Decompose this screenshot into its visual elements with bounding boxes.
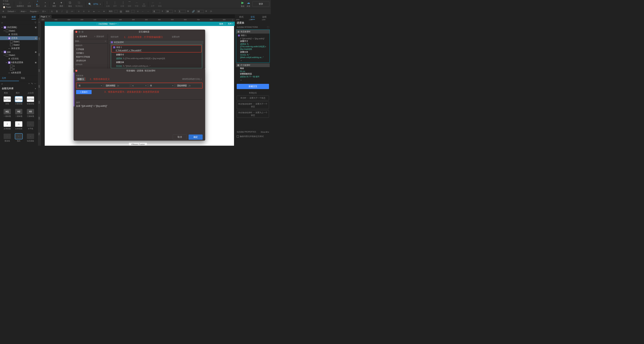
send-bottom-button[interactable]: ▼底层 bbox=[58, 1, 64, 8]
text-color-icon[interactable]: A bbox=[50, 10, 54, 13]
line-width-icon[interactable]: ≡ bbox=[136, 10, 140, 13]
tree-row-gray[interactable]: —灰色背景 bbox=[0, 46, 38, 50]
align-bottom-button[interactable]: ▁底部 bbox=[141, 1, 147, 8]
lib-item[interactable]: H3三级标题 bbox=[25, 109, 36, 120]
lib-item[interactable]: ↖热区 bbox=[13, 134, 24, 144]
common-swipe-left[interactable]: 向左拖动结束时 → 设置为下一个状态 bbox=[237, 102, 269, 109]
lock-aspect-icon[interactable]: 🔗 bbox=[192, 10, 195, 13]
fill-swatch[interactable] bbox=[114, 10, 118, 12]
dist-h-button[interactable]: ↔水平 bbox=[150, 1, 156, 8]
trigger-mouse-styles-checkbox[interactable]: 触发内部元件鼠标交互样式 bbox=[235, 134, 271, 138]
paste-button[interactable]: 📋 Paste bbox=[2, 6, 11, 8]
case-condition[interactable]: If "[[jdt.width]]" < "[[bg.width]]" bbox=[112, 49, 201, 52]
ungroup-button[interactable]: ⿻取消组合 bbox=[74, 1, 84, 8]
action-scroll-to[interactable]: 滚动到元件 bbox=[74, 59, 108, 62]
case-name-input[interactable] bbox=[77, 78, 85, 81]
lib-item[interactable]: —水平线 bbox=[25, 121, 36, 132]
align-middle-button[interactable]: ─中部 bbox=[134, 1, 140, 8]
common-click[interactable]: 单击时 → 设置为下一个状态 bbox=[237, 96, 269, 100]
align-center-button[interactable]: │居中 bbox=[112, 1, 118, 8]
halign-left-icon[interactable]: ≡ bbox=[77, 10, 80, 13]
y-input[interactable] bbox=[166, 10, 173, 13]
tree-row-as1[interactable]: ▾State1 bbox=[0, 54, 38, 57]
lib-item[interactable]: A≡文本段落 bbox=[13, 121, 24, 132]
group-button[interactable]: ⿻组合 bbox=[67, 1, 73, 8]
lib-item[interactable]: A文本标签 bbox=[2, 121, 12, 132]
w-input[interactable] bbox=[178, 10, 186, 13]
cancel-button[interactable]: 取消 bbox=[173, 134, 187, 140]
tab-outline[interactable]: 概要 bbox=[32, 16, 36, 20]
tree-row-s1[interactable]: ▾State1 bbox=[0, 29, 38, 32]
event-state-change[interactable]: 状态改变时 bbox=[110, 40, 204, 44]
search-icon[interactable]: ⌕ bbox=[2, 21, 3, 24]
event-state-change[interactable]: 状态改变时 bbox=[236, 30, 270, 34]
action-search[interactable]: 搜索...⌕ bbox=[74, 39, 108, 44]
x-input[interactable] bbox=[153, 10, 160, 13]
action-set-size[interactable]: 设置尺寸 bbox=[111, 53, 202, 56]
tree-row-dp[interactable]: ▾▦(动态面板)▣ bbox=[0, 26, 38, 29]
lib-item[interactable]: BUTTON主要按钮 bbox=[13, 96, 24, 108]
add-condition-row-button[interactable]: + 添加行 bbox=[76, 90, 92, 94]
action-set-size[interactable]: 设置尺寸 bbox=[236, 40, 270, 43]
line-arrow-l-icon[interactable]: ← bbox=[141, 10, 144, 13]
zoom-control[interactable]: 🔍87%▾ bbox=[87, 2, 102, 6]
tree-row-cpct[interactable]: Ac百分比 bbox=[0, 57, 38, 60]
add-action-tab[interactable]: ✧添加动作 bbox=[91, 34, 108, 39]
tree-row-b2[interactable]: 2 bbox=[0, 68, 38, 71]
filter-icon[interactable]: ▽ bbox=[34, 21, 36, 24]
fill-more-icon[interactable]: ▦ bbox=[119, 10, 122, 13]
select-mode-button[interactable]: ⬚选择模式 bbox=[16, 1, 25, 8]
tree-row-pct[interactable]: A百分比 bbox=[0, 32, 38, 36]
style-icon[interactable]: ≡ bbox=[2, 10, 5, 13]
section-expand-icon[interactable]: ⛶ bbox=[267, 26, 269, 28]
valign-mid-icon[interactable]: ─ bbox=[97, 10, 101, 13]
line-swatch[interactable] bbox=[131, 10, 134, 12]
underline-icon[interactable]: U bbox=[65, 10, 69, 13]
lib-item[interactable]: H2二级标题 bbox=[13, 109, 24, 120]
cut-button[interactable]: ✂ Cut bbox=[2, 0, 8, 2]
align-left-button[interactable]: ▏左侧 bbox=[105, 1, 111, 8]
lib-item[interactable]: BUTTON按钮 bbox=[2, 96, 12, 108]
add-action-icon[interactable]: ＋ bbox=[236, 78, 270, 82]
style-dropdown[interactable]: Default bbox=[6, 10, 16, 13]
lib-cat-placeholder[interactable]: 占位符 bbox=[28, 92, 34, 94]
new-interaction-button[interactable]: 新建交互 bbox=[237, 84, 269, 89]
cond-left-type[interactable]: 值 bbox=[77, 84, 103, 88]
lib-add-icon[interactable]: ＋ bbox=[28, 82, 30, 85]
ruler-menu-icon[interactable]: ⋮ bbox=[232, 19, 234, 21]
size-dropdown[interactable]: 13 bbox=[41, 10, 47, 13]
line-arrow-r-icon[interactable]: → bbox=[146, 10, 150, 13]
ok-button[interactable]: 确定 bbox=[188, 134, 203, 140]
lib-cat-image[interactable]: 图片 bbox=[16, 92, 20, 94]
insert-button[interactable]: ＋▾插入 bbox=[35, 1, 41, 8]
font-dropdown[interactable]: Arial bbox=[20, 10, 28, 13]
halign-center-icon[interactable]: ≡ bbox=[82, 10, 86, 13]
align-right-button[interactable]: ▕右侧 bbox=[119, 1, 125, 8]
case-1[interactable]: 情形 1 bbox=[112, 46, 201, 49]
tab-style[interactable]: 样式 bbox=[239, 16, 244, 20]
valign-top-icon[interactable]: ⏶ bbox=[92, 10, 96, 13]
action-set-panel-state[interactable]: 设置面板状态 bbox=[236, 72, 270, 75]
connect-button[interactable]: ⟋连接 bbox=[26, 1, 32, 8]
case-1[interactable]: 情形 1 bbox=[236, 34, 270, 37]
lib-item[interactable]: H1一级标题 bbox=[2, 109, 12, 120]
lib-item[interactable]: BUTTON链接按钮 bbox=[25, 96, 36, 108]
action-set-text[interactable]: 设置文本 bbox=[236, 51, 270, 54]
page-tab[interactable]: Page 1× bbox=[39, 15, 52, 18]
common-swipe-right[interactable]: 向右拖动结束时 → 设置为上一个状态 bbox=[237, 110, 269, 118]
tab-masters[interactable]: 母版 bbox=[19, 76, 38, 81]
tree-row-bblue[interactable]: ▾▦b蓝色进度条▣ bbox=[0, 60, 38, 64]
preview-button[interactable]: ▶预览 bbox=[241, 1, 244, 8]
event-resize[interactable]: 尺寸改变时 bbox=[236, 63, 270, 67]
state-prev-icon[interactable]: ‹ bbox=[97, 23, 97, 25]
canvas[interactable]: ‹ (动态面板): State1 ▾ › 隔离 ⛶ 关闭 × bbox=[41, 22, 235, 146]
tree-row-agray[interactable]: —a灰色背景 bbox=[0, 71, 38, 75]
close-tab-icon[interactable]: × bbox=[48, 15, 50, 18]
mac-close-icon[interactable] bbox=[75, 31, 77, 33]
login-button[interactable]: 登录 bbox=[252, 1, 269, 7]
tree-row-aaa[interactable]: ▾▦aaa▣ bbox=[0, 50, 38, 54]
cond-right-type[interactable]: 值 bbox=[149, 84, 174, 88]
action-set-text[interactable]: 设置文本 bbox=[111, 60, 202, 64]
bold-icon[interactable]: B bbox=[55, 10, 59, 13]
mac-max-icon[interactable] bbox=[82, 31, 84, 33]
